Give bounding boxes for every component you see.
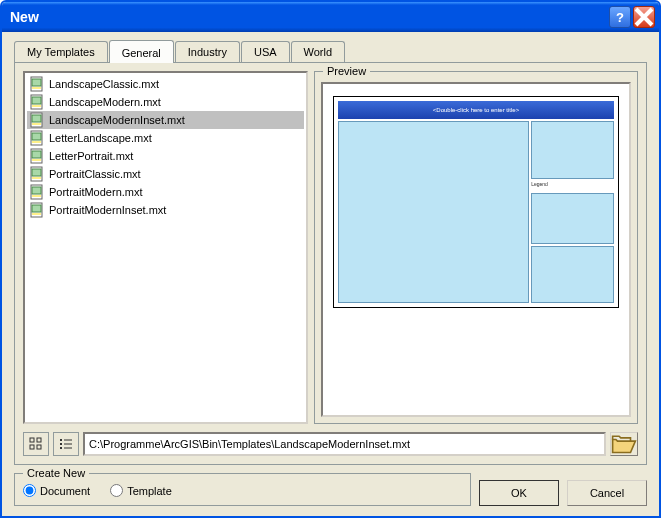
svg-rect-28 — [60, 439, 62, 441]
preview-body: Legend — [338, 121, 614, 303]
radio-template[interactable]: Template — [110, 484, 172, 497]
radio-document[interactable]: Document — [23, 484, 90, 497]
svg-rect-22 — [32, 205, 41, 212]
top-row: LandscapeClassic.mxtLandscapeModern.mxtL… — [23, 71, 638, 424]
cancel-button[interactable]: Cancel — [567, 480, 647, 506]
radio-document-label: Document — [40, 485, 90, 497]
svg-rect-20 — [32, 195, 41, 197]
list-item-label: PortraitModern.mxt — [49, 186, 143, 198]
list-item-label: LetterPortrait.mxt — [49, 150, 133, 162]
list-item-label: LetterLandscape.mxt — [49, 132, 152, 144]
svg-rect-19 — [32, 187, 41, 194]
svg-rect-26 — [30, 445, 34, 449]
preview-inset-1 — [531, 121, 614, 179]
ok-button[interactable]: OK — [479, 480, 559, 506]
window-title: New — [10, 9, 607, 25]
svg-rect-30 — [60, 443, 62, 445]
radio-template-input[interactable] — [110, 484, 123, 497]
list-item[interactable]: PortraitModern.mxt — [27, 183, 304, 201]
svg-rect-2 — [32, 87, 41, 89]
large-icons-icon — [29, 437, 43, 451]
radio-template-label: Template — [127, 485, 172, 497]
svg-rect-27 — [37, 445, 41, 449]
svg-rect-11 — [32, 141, 41, 143]
preview-title-bar: <Double-click here to enter title> — [338, 101, 614, 119]
svg-rect-1 — [32, 79, 41, 86]
content-area: My Templates General Industry USA World … — [2, 32, 659, 516]
dialog-window: New ? My Templates General Industry USA … — [0, 0, 661, 518]
preview-main-map — [338, 121, 529, 303]
close-button[interactable] — [633, 6, 655, 28]
svg-rect-32 — [60, 447, 62, 449]
preview-page: <Double-click here to enter title> Legen… — [333, 96, 619, 308]
template-file-icon — [29, 202, 45, 218]
close-icon — [634, 7, 654, 27]
path-input[interactable] — [83, 432, 606, 456]
svg-rect-4 — [32, 97, 41, 104]
tab-usa[interactable]: USA — [241, 41, 290, 62]
tab-world[interactable]: World — [291, 41, 346, 62]
svg-rect-24 — [30, 438, 34, 442]
svg-rect-5 — [32, 105, 41, 107]
preview-inset-3 — [531, 246, 614, 303]
template-file-icon — [29, 184, 45, 200]
svg-rect-25 — [37, 438, 41, 442]
radio-document-input[interactable] — [23, 484, 36, 497]
list-item[interactable]: PortraitModernInset.mxt — [27, 201, 304, 219]
preview-area: <Double-click here to enter title> Legen… — [321, 82, 631, 417]
preview-side: Legend — [531, 121, 614, 303]
list-view-button[interactable] — [53, 432, 79, 456]
list-item[interactable]: LandscapeClassic.mxt — [27, 75, 304, 93]
list-item[interactable]: LandscapeModernInset.mxt — [27, 111, 304, 129]
bottom-row: Create New Document Template OK Cancel — [14, 473, 647, 506]
list-item[interactable]: LetterPortrait.mxt — [27, 147, 304, 165]
template-file-icon — [29, 166, 45, 182]
list-item-label: LandscapeModern.mxt — [49, 96, 161, 108]
preview-legend-label: Legend — [531, 181, 614, 191]
svg-rect-14 — [32, 159, 41, 161]
tab-my-templates[interactable]: My Templates — [14, 41, 108, 62]
preview-label: Preview — [323, 65, 370, 77]
svg-rect-7 — [32, 115, 41, 122]
template-file-icon — [29, 130, 45, 146]
template-file-icon — [29, 148, 45, 164]
list-icon — [59, 437, 73, 451]
path-row — [23, 432, 638, 456]
list-item[interactable]: LetterLandscape.mxt — [27, 129, 304, 147]
svg-rect-16 — [32, 169, 41, 176]
list-item-label: PortraitClassic.mxt — [49, 168, 141, 180]
template-file-icon — [29, 76, 45, 92]
preview-inset-2 — [531, 193, 614, 244]
svg-rect-17 — [32, 177, 41, 179]
help-button[interactable]: ? — [609, 6, 631, 28]
tab-general[interactable]: General — [109, 40, 174, 63]
tab-panel: LandscapeClassic.mxtLandscapeModern.mxtL… — [14, 62, 647, 465]
svg-rect-8 — [32, 123, 41, 125]
folder-open-icon — [611, 433, 637, 456]
template-list[interactable]: LandscapeClassic.mxtLandscapeModern.mxtL… — [23, 71, 308, 424]
tab-industry[interactable]: Industry — [175, 41, 240, 62]
tab-strip: My Templates General Industry USA World — [14, 40, 647, 62]
list-item[interactable]: PortraitClassic.mxt — [27, 165, 304, 183]
title-bar: New ? — [2, 2, 659, 32]
svg-rect-13 — [32, 151, 41, 158]
create-new-group: Create New Document Template — [14, 473, 471, 506]
list-item[interactable]: LandscapeModern.mxt — [27, 93, 304, 111]
list-item-label: LandscapeModernInset.mxt — [49, 114, 185, 126]
browse-button[interactable] — [610, 432, 638, 456]
template-file-icon — [29, 94, 45, 110]
large-icons-button[interactable] — [23, 432, 49, 456]
svg-rect-10 — [32, 133, 41, 140]
preview-group: Preview <Double-click here to enter titl… — [314, 71, 638, 424]
template-file-icon — [29, 112, 45, 128]
svg-rect-23 — [32, 213, 41, 215]
create-new-label: Create New — [23, 467, 89, 479]
list-item-label: LandscapeClassic.mxt — [49, 78, 159, 90]
list-item-label: PortraitModernInset.mxt — [49, 204, 166, 216]
